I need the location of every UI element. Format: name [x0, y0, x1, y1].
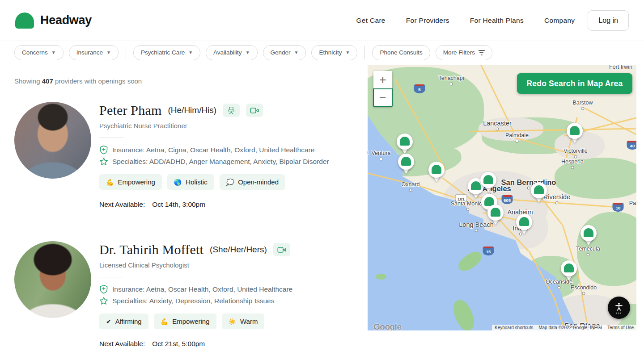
next-available: Next Available:Oct 14th, 3:00pm [99, 201, 329, 209]
nav-get-care[interactable]: Get Care [356, 17, 385, 25]
provider-map-pin[interactable] [428, 162, 445, 184]
accessibility-dots: ••• [616, 312, 622, 314]
map-city-dot [574, 155, 577, 159]
card-divider [11, 224, 355, 224]
divider [99, 138, 124, 138]
filter-divider [364, 46, 365, 59]
redo-search-button[interactable]: Redo Search in Map Area [517, 73, 632, 94]
headway-pin-icon [584, 228, 593, 237]
sun-icon: ☀️ [229, 318, 236, 325]
check-icon: ✔ [106, 318, 111, 325]
highway-shield-icon: 10 [613, 203, 624, 212]
pin-head [397, 134, 413, 150]
filter-bar: Concerns▼ Insurance▼ Psychiatric Care▼ A… [0, 41, 644, 64]
filter-gender[interactable]: Gender▼ [263, 45, 306, 60]
trait-chips: ✔Affirming 💪Empowering ☀️Warm [99, 314, 292, 329]
zoom-out-button[interactable]: − [373, 89, 392, 107]
provider-map-pin[interactable] [531, 182, 547, 205]
map-city-label: Ventura [371, 150, 390, 156]
filter-ethnicity[interactable]: Ethnicity▼ [311, 45, 357, 60]
nav-for-health-plans[interactable]: For Health Plans [470, 17, 524, 25]
chevron-down-icon: ▼ [246, 50, 250, 55]
trait-chip: 💪Empowering [154, 314, 216, 329]
terms-of-use-link[interactable]: Terms of Use [605, 325, 636, 330]
provider-map-pin[interactable] [561, 260, 577, 283]
pin-head [567, 123, 583, 139]
pin-head [516, 214, 532, 230]
shield-plus-icon [99, 284, 108, 294]
headway-pin-icon [519, 217, 529, 226]
headway-pin-icon [400, 137, 410, 146]
map-city-label: Oxnard [402, 181, 420, 188]
highway-shield-icon: 15 [483, 247, 494, 255]
login-button[interactable]: Log in [588, 10, 629, 31]
pin-head [487, 205, 504, 221]
map-zoom-control: + − [373, 71, 392, 107]
filter-phone-consults[interactable]: Phone Consults [372, 45, 430, 60]
map-island [376, 274, 386, 280]
filter-psychiatric-care[interactable]: Psychiatric Care▼ [133, 45, 200, 60]
provider-card[interactable]: Dr. Tahirih Moffett (She/Her/Hers) Licen… [14, 241, 359, 347]
provider-map-pin[interactable] [397, 134, 413, 156]
map-city-dot [571, 166, 574, 169]
provider-map-pin[interactable] [480, 172, 496, 194]
provider-map-pin[interactable] [398, 154, 414, 176]
map-city-label: Santa Barbara [368, 149, 369, 155]
headway-pin-icon [471, 181, 481, 190]
provider-map-pin[interactable] [580, 225, 597, 247]
map-city-dot [450, 83, 453, 86]
map-city-label: Lancaster [483, 120, 512, 127]
filter-divider [126, 46, 126, 59]
map-city-dot [555, 201, 559, 205]
provider-pronouns: (He/Him/His) [168, 105, 216, 115]
map-city-dot [581, 107, 585, 110]
accessibility-widget-button[interactable]: ••• [608, 297, 630, 319]
headway-pin-icon [570, 126, 580, 135]
filter-concerns[interactable]: Concerns▼ [14, 45, 64, 60]
nav-for-providers[interactable]: For Providers [406, 17, 449, 25]
map-city-label: Hesperia [561, 159, 584, 165]
headway-pin-icon [432, 165, 441, 174]
map[interactable]: Fort IrwinTehachapiBarstowLancasterPalmd… [368, 65, 636, 330]
map-city-label: Escondido [571, 284, 597, 291]
headway-logo[interactable]: Headway [15, 13, 92, 29]
specialties-row: Specialties: Anxiety, Depression, Relati… [99, 297, 292, 305]
map-data-credit: Map data ©2022 Google, INEGI [536, 325, 605, 330]
map-city-label: Barstow [572, 100, 593, 106]
insurance-row: Insurance: Aetna, Cigna, Oscar Health, O… [99, 145, 329, 155]
nav-company[interactable]: Company [544, 17, 575, 25]
pin-head [561, 260, 577, 276]
results-count: 407 [42, 77, 53, 85]
provider-card[interactable]: Peter Pham (He/Him/His) Psychiatric Nurs… [14, 102, 359, 209]
map-city-label: San Bernardino [501, 178, 556, 187]
headway-pin-icon [401, 157, 411, 166]
trait-chip: ☀️Warm [222, 314, 265, 329]
map-city-label: Riverside [543, 193, 570, 201]
filter-insurance[interactable]: Insurance▼ [69, 45, 119, 60]
provider-results-panel: Showing 407 providers with openings soon… [0, 65, 368, 347]
accessibility-person-icon [614, 302, 624, 312]
chevron-down-icon: ▼ [188, 50, 193, 55]
main-nav: Get Care For Providers For Health Plans … [356, 17, 575, 25]
flex-biceps-icon: 💪 [161, 318, 168, 325]
map-city-dot [496, 128, 499, 131]
chevron-down-icon: ▼ [294, 50, 299, 55]
headway-pin-icon [491, 208, 500, 217]
google-logo[interactable]: Google [373, 322, 401, 330]
insurance-row: Insurance: Aetna, Oscar Health, Oxford, … [99, 284, 292, 294]
top-navbar: Headway Get Care For Providers For Healt… [0, 0, 644, 41]
provider-map-pin[interactable] [487, 205, 504, 227]
zoom-in-button[interactable]: + [373, 71, 392, 89]
highway-shield-icon: 5 [414, 84, 425, 93]
headway-search-page: Headway Get Care For Providers For Healt… [0, 0, 644, 347]
provider-map-pin[interactable] [516, 214, 532, 236]
map-city-label: Tehachapi [439, 75, 464, 81]
filter-availability[interactable]: Availability▼ [206, 45, 257, 60]
keyboard-shortcuts-link[interactable]: Keyboard shortcuts [492, 325, 536, 330]
filter-more-filters[interactable]: More Filters [436, 45, 492, 60]
provider-name: Dr. Tahirih Moffett [99, 242, 203, 257]
provider-avatar [14, 241, 91, 318]
headway-pin-icon [534, 185, 544, 194]
filter-lines-icon [479, 50, 485, 55]
provider-map-pin[interactable] [567, 123, 583, 145]
